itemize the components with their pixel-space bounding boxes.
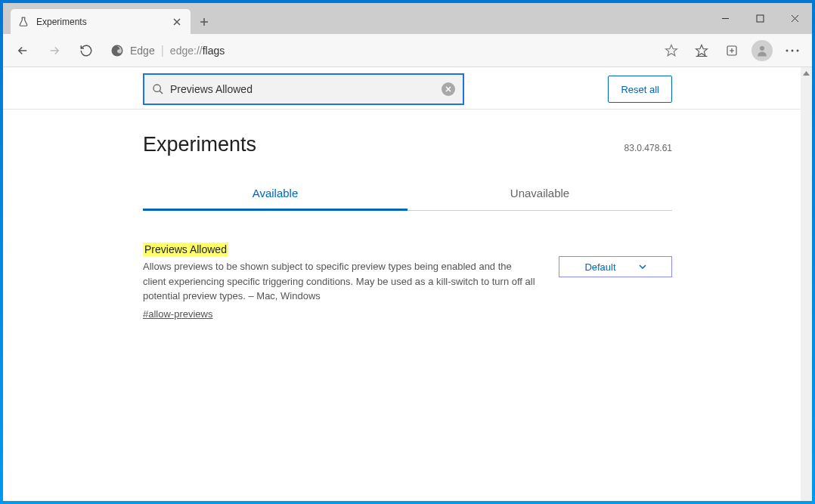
active-tab[interactable]: Experiments — [11, 9, 191, 34]
toolbar-actions — [658, 37, 806, 64]
header-divider — [3, 109, 801, 110]
flag-dropdown[interactable]: Default — [559, 256, 672, 277]
close-tab-button[interactable] — [171, 16, 183, 28]
flag-description: Allows previews to be shown subject to s… — [143, 259, 536, 304]
profile-button[interactable] — [748, 37, 776, 64]
vertical-scrollbar[interactable] — [801, 67, 812, 501]
maximize-button[interactable] — [742, 3, 777, 34]
tab-available[interactable]: Available — [143, 178, 408, 211]
scroll-up-icon[interactable] — [801, 67, 812, 79]
tab-title: Experiments — [36, 17, 163, 27]
search-icon — [152, 83, 164, 95]
page-title: Experiments — [143, 133, 256, 156]
avatar-icon — [751, 40, 773, 61]
main-column: Reset all Experiments 83.0.478.61 Availa… — [143, 67, 672, 320]
favorites-button[interactable] — [688, 37, 715, 64]
close-window-button[interactable] — [777, 3, 812, 34]
window-controls — [708, 3, 812, 34]
flag-details: Previews Allowed Allows previews to be s… — [143, 243, 536, 320]
new-tab-button[interactable] — [195, 9, 213, 34]
tabs-row: Available Unavailable — [143, 178, 672, 211]
chevron-down-icon — [639, 264, 646, 269]
edge-logo-icon — [110, 44, 124, 57]
svg-rect-0 — [757, 15, 764, 22]
svg-point-3 — [760, 46, 764, 51]
clear-search-button[interactable] — [442, 82, 455, 96]
titlebar: Experiments — [3, 3, 812, 34]
address-bar[interactable]: Edge | edge://flags — [104, 39, 653, 63]
reset-all-button[interactable]: Reset all — [608, 76, 672, 103]
search-input[interactable] — [170, 83, 435, 95]
tab-unavailable[interactable]: Unavailable — [408, 178, 672, 210]
back-button[interactable] — [9, 37, 36, 64]
header-row: Experiments 83.0.478.61 — [143, 133, 672, 156]
flag-anchor-link[interactable]: #allow-previews — [143, 308, 212, 320]
flask-icon — [18, 17, 29, 27]
minimize-button[interactable] — [708, 3, 742, 34]
forward-button[interactable] — [41, 37, 68, 64]
page-content: Reset all Experiments 83.0.478.61 Availa… — [3, 67, 812, 501]
flag-dropdown-value: Default — [584, 261, 615, 273]
more-menu-button[interactable] — [779, 37, 806, 64]
version-label: 83.0.478.61 — [624, 143, 672, 153]
svg-point-7 — [153, 85, 160, 91]
browser-window: Experiments — [3, 3, 812, 501]
svg-point-6 — [797, 49, 799, 51]
flag-title: Previews Allowed — [143, 243, 228, 256]
browser-toolbar: Edge | edge://flags — [3, 34, 812, 67]
flag-item: Previews Allowed Allows previews to be s… — [143, 243, 672, 320]
svg-point-4 — [786, 49, 789, 51]
refresh-button[interactable] — [73, 37, 100, 64]
search-box[interactable] — [143, 73, 464, 105]
collections-button[interactable] — [718, 37, 745, 64]
edge-label: Edge — [130, 45, 155, 57]
svg-point-5 — [792, 49, 794, 51]
search-row: Reset all — [143, 73, 672, 114]
url-divider: | — [161, 44, 164, 57]
favorite-star-icon[interactable] — [658, 37, 685, 64]
url-text: edge://flags — [170, 44, 225, 57]
